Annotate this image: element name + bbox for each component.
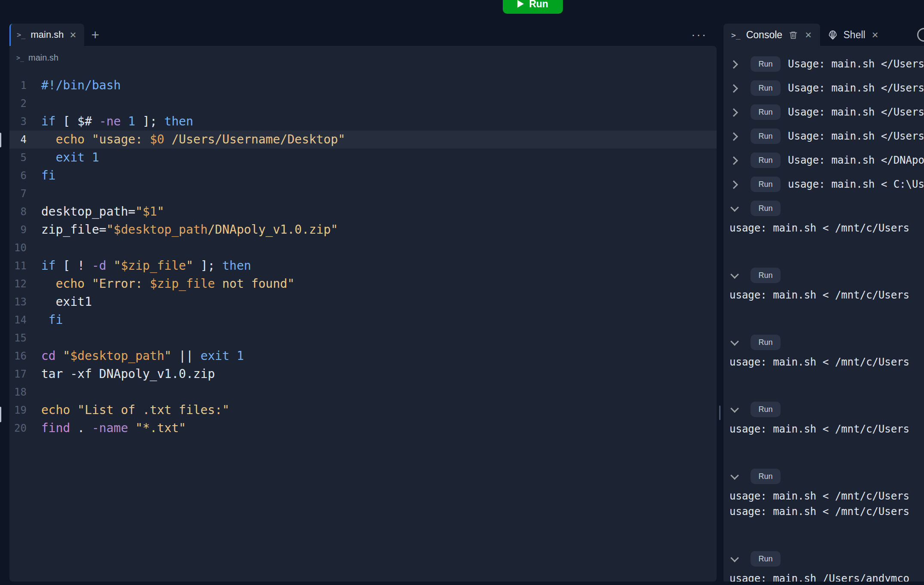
console-output-line: usage: main.sh < /mnt/c/Users xyxy=(729,354,924,370)
chevron-down-icon[interactable] xyxy=(729,554,739,564)
console-entry: Runusage: main.sh < /mnt/c/Users xyxy=(729,330,924,370)
top-bar: Run xyxy=(0,0,924,24)
code-line[interactable]: 4 echo "usage: $0 /Users/Username/Deskto… xyxy=(9,131,717,149)
line-number: 4 xyxy=(9,131,27,149)
chevron-right-icon[interactable] xyxy=(729,107,739,117)
code-line[interactable]: 10 xyxy=(9,239,717,257)
code-line[interactable]: 13 exit1 xyxy=(9,293,717,311)
shell-tab-label: Shell xyxy=(843,29,865,41)
chevron-down-icon[interactable] xyxy=(729,204,739,213)
code-line[interactable]: 7 xyxy=(9,185,717,203)
terminal-icon: >_ xyxy=(16,54,24,62)
code-line[interactable]: 2 xyxy=(9,94,717,113)
entry-run-badge[interactable]: Run xyxy=(751,56,781,72)
line-number: 1 xyxy=(9,76,27,94)
line-number: 17 xyxy=(9,365,27,383)
console-tab-label: Console xyxy=(746,29,782,41)
console-entry-text: Usage: main.sh </Users/ xyxy=(788,82,924,94)
resize-grip[interactable] xyxy=(719,405,720,420)
console-entry-text: Usage: main.sh </Users/ xyxy=(788,130,924,142)
entry-run-badge[interactable]: Run xyxy=(751,268,781,283)
console-entry-header: RunUsage: main.sh </DNApol xyxy=(729,148,924,172)
entry-run-badge[interactable]: Run xyxy=(751,80,781,96)
resize-grip[interactable] xyxy=(0,133,1,147)
entry-run-badge[interactable]: Run xyxy=(751,128,781,144)
code-line[interactable]: 1#!/bin/bash xyxy=(9,76,717,94)
clear-console-button[interactable] xyxy=(788,30,799,40)
resize-grip[interactable] xyxy=(0,407,1,422)
console-tab[interactable]: >_ Console × xyxy=(723,24,820,46)
line-number: 2 xyxy=(9,94,27,113)
entry-run-badge[interactable]: Run xyxy=(751,201,781,216)
workspace: >_ main.sh × + ··· >_ main.sh 1#!/bin/ba… xyxy=(0,24,924,585)
console-close-button[interactable]: × xyxy=(804,29,812,40)
history-icon[interactable] xyxy=(917,28,924,42)
line-number: 5 xyxy=(9,149,27,167)
console-entry-header: Run xyxy=(729,464,924,488)
code-line-text: echo "usage: $0 /Users/Username/Desktop" xyxy=(27,131,345,149)
run-button[interactable]: Run xyxy=(503,0,563,14)
chevron-down-icon[interactable] xyxy=(729,338,739,347)
code-line[interactable]: 16cd "$desktop_path" || exit 1 xyxy=(9,347,717,365)
terminal-icon: >_ xyxy=(17,30,25,39)
shell-tab[interactable]: Shell × xyxy=(820,24,887,46)
entry-run-badge[interactable]: Run xyxy=(751,335,781,350)
code-line[interactable]: 5 exit 1 xyxy=(9,149,717,167)
code-line-text: cd "$desktop_path" || exit 1 xyxy=(27,347,244,365)
line-number: 9 xyxy=(9,221,27,239)
entry-run-badge[interactable]: Run xyxy=(751,469,781,484)
chevron-right-icon[interactable] xyxy=(729,155,739,165)
code-line-text: find . -name "*.txt" xyxy=(27,419,186,437)
console-entry-header: RunUsage: main.sh </Users/ xyxy=(729,124,924,148)
console-output-line: usage: main.sh < /mnt/c/Users xyxy=(729,488,924,504)
chevron-down-icon[interactable] xyxy=(729,472,739,481)
console-output-line: usage: main.sh < /mnt/c/Users xyxy=(729,220,924,236)
new-tab-button[interactable]: + xyxy=(84,24,106,46)
code-line[interactable]: 6fi xyxy=(9,167,717,185)
code-line[interactable]: 3if [ $# -ne 1 ]; then xyxy=(9,113,717,131)
tab-close-button[interactable]: × xyxy=(69,29,77,40)
entry-run-badge[interactable]: Run xyxy=(751,177,781,192)
console-entry-header: Run xyxy=(729,263,924,287)
entry-run-badge[interactable]: Run xyxy=(751,551,781,567)
shell-close-button[interactable]: × xyxy=(871,29,879,40)
chevron-down-icon[interactable] xyxy=(729,405,739,414)
console-entry: RunUsage: main.sh </Users/ xyxy=(729,52,924,76)
line-number: 20 xyxy=(9,419,27,437)
more-options-button[interactable]: ··· xyxy=(682,24,717,46)
chevron-right-icon[interactable] xyxy=(729,131,739,141)
code-line-text: tar -xf DNApoly_v1.0.zip xyxy=(27,365,215,383)
entry-run-badge[interactable]: Run xyxy=(751,402,781,417)
code-line[interactable]: 17tar -xf DNApoly_v1.0.zip xyxy=(9,365,717,383)
code-line-text: #!/bin/bash xyxy=(27,76,121,94)
console-entry: RunUsage: main.sh </DNApol xyxy=(729,148,924,172)
editor-tab-main-sh[interactable]: >_ main.sh × xyxy=(9,24,84,46)
tab-bar-spacer xyxy=(106,24,682,46)
line-number: 19 xyxy=(9,401,27,419)
code-line-text xyxy=(27,239,41,257)
code-line[interactable]: 12 echo "Error: $zip_file not found" xyxy=(9,275,717,293)
line-number: 6 xyxy=(9,167,27,185)
chevron-right-icon[interactable] xyxy=(729,59,739,69)
code-line[interactable]: 19echo "List of .txt files:" xyxy=(9,401,717,419)
chevron-right-icon[interactable] xyxy=(729,180,739,189)
code-line[interactable]: 9zip_file="$desktop_path/DNApoly_v1.0.zi… xyxy=(9,221,717,239)
console-output: RunUsage: main.sh </Users/RunUsage: main… xyxy=(723,46,924,582)
code-line[interactable]: 18 xyxy=(9,383,717,401)
code-line[interactable]: 11if [ ! -d "$zip_file" ]; then xyxy=(9,257,717,275)
code-line[interactable]: 15 xyxy=(9,329,717,347)
code-line[interactable]: 14 fi xyxy=(9,311,717,329)
breadcrumb[interactable]: >_ main.sh xyxy=(9,46,717,70)
tab-label: main.sh xyxy=(30,29,64,40)
panel-divider[interactable] xyxy=(717,24,723,582)
entry-run-badge[interactable]: Run xyxy=(751,152,781,168)
code-line[interactable]: 8desktop_path="$1" xyxy=(9,203,717,221)
line-number: 8 xyxy=(9,203,27,221)
code-editor[interactable]: 1#!/bin/bash23if [ $# -ne 1 ]; then4 ech… xyxy=(9,70,717,582)
code-line[interactable]: 20find . -name "*.txt" xyxy=(9,419,717,437)
chevron-right-icon[interactable] xyxy=(729,83,739,93)
console-output-line: usage: main.sh < /mnt/c/Users xyxy=(729,421,924,437)
entry-run-badge[interactable]: Run xyxy=(751,104,781,120)
editor-tab-bar: >_ main.sh × + ··· xyxy=(9,24,717,46)
chevron-down-icon[interactable] xyxy=(729,271,739,280)
